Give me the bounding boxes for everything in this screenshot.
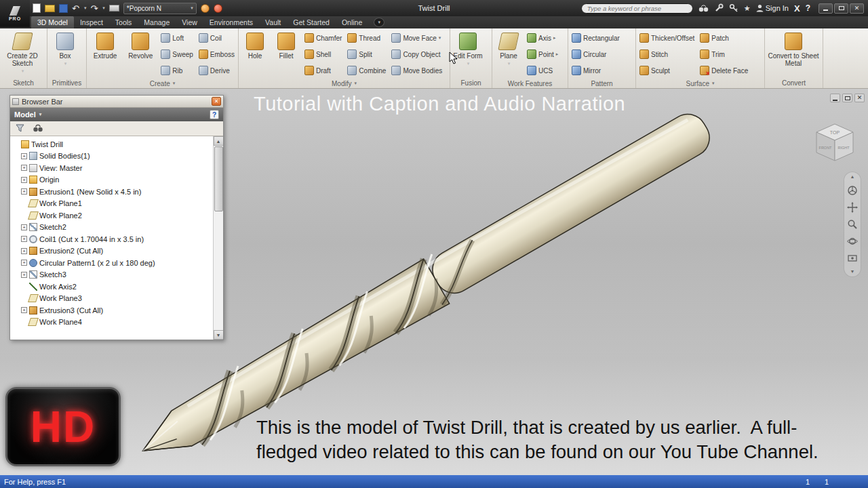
panel-label-pattern[interactable]: Pattern <box>568 79 635 88</box>
derive-button[interactable]: Derive <box>197 62 237 79</box>
panel-label-surface[interactable]: Surface▾ <box>636 79 764 88</box>
sweep-button[interactable]: Sweep <box>159 46 195 62</box>
undo-icon[interactable]: ↶ <box>72 4 79 13</box>
sign-in-button[interactable]: Sign In <box>756 4 789 12</box>
pan-icon[interactable] <box>847 202 858 213</box>
move-face-button[interactable]: Move Face▾ <box>389 30 444 46</box>
tree-item[interactable]: +Extrusion1 (New Solid x 4.5 in) <box>21 186 213 198</box>
browser-mode-dropdown[interactable]: Model▾ <box>14 110 41 119</box>
convert-to-sheet-metal-button[interactable]: Convert to Sheet Metal <box>766 30 821 67</box>
tab-online[interactable]: Online <box>336 16 368 28</box>
tree-expander-icon[interactable]: + <box>21 188 27 195</box>
thread-button[interactable]: Thread <box>345 30 388 46</box>
help-icon[interactable]: ? <box>806 3 810 13</box>
revolve-button[interactable]: Revolve <box>123 30 157 60</box>
scroll-up-icon[interactable]: ▲ <box>214 136 224 146</box>
browser-titlebar[interactable]: Browser Bar ✕ <box>10 96 223 108</box>
print-icon[interactable] <box>109 5 119 12</box>
tree-expander-icon[interactable]: + <box>21 224 27 230</box>
tree-item[interactable]: Work Plane4 <box>21 317 213 329</box>
tree-item[interactable]: +View: Master <box>21 162 213 174</box>
key-icon[interactable] <box>729 3 738 13</box>
tree-expander-icon[interactable]: + <box>21 248 27 254</box>
tree-item[interactable]: Work Plane3 <box>21 293 213 305</box>
tab-vault[interactable]: Vault <box>259 16 287 28</box>
redo-dropdown-icon[interactable]: ▾ <box>102 5 105 11</box>
panel-label-create[interactable]: Create▾ <box>87 79 238 88</box>
tree-expander-icon[interactable]: + <box>21 236 27 242</box>
browser-help-icon[interactable]: ? <box>210 110 219 119</box>
tab-view[interactable]: View <box>176 16 203 28</box>
delete-face-button[interactable]: Delete Face <box>698 62 750 79</box>
undo-dropdown-icon[interactable]: ▾ <box>84 5 87 11</box>
tab-3d-model[interactable]: 3D Model <box>31 16 74 28</box>
wrench-icon[interactable] <box>714 3 724 13</box>
create-2d-sketch-button[interactable]: Create 2D Sketch▾ <box>1 30 43 75</box>
mirror-button[interactable]: Mirror <box>570 62 622 79</box>
redo-icon[interactable]: ↷ <box>90 4 98 13</box>
patch-button[interactable]: Patch <box>698 30 750 46</box>
tree-item[interactable]: +Sketch2 <box>21 222 213 234</box>
split-button[interactable]: Split <box>345 46 388 62</box>
open-file-icon[interactable] <box>45 5 55 12</box>
close-button[interactable]: ✕ <box>850 3 864 14</box>
coil-button[interactable]: Coil <box>197 30 237 46</box>
browser-close-icon[interactable]: ✕ <box>212 97 221 106</box>
trim-button[interactable]: Trim <box>698 46 750 62</box>
appearance-clear-icon[interactable] <box>214 4 222 13</box>
combine-button[interactable]: Combine <box>345 62 388 79</box>
fillet-button[interactable]: Fillet <box>271 30 301 60</box>
application-menu-button[interactable]: PRO <box>0 0 30 27</box>
thicken-offset-button[interactable]: Thicken/Offset <box>637 30 696 46</box>
box-button[interactable]: Box▾ <box>49 30 81 67</box>
tree-item[interactable]: Work Axis2 <box>21 281 213 293</box>
tree-expander-icon[interactable]: + <box>21 260 27 266</box>
tree-item[interactable]: +Solid Bodies(1) <box>21 150 213 163</box>
doc-minimize-button[interactable] <box>830 94 840 102</box>
navigation-wheel-icon[interactable] <box>847 185 858 196</box>
filter-icon[interactable] <box>16 123 24 135</box>
stitch-button[interactable]: Stitch <box>637 46 696 62</box>
search-input[interactable] <box>581 3 693 14</box>
sculpt-button[interactable]: Sculpt <box>637 62 696 79</box>
tree-item[interactable]: +Circular Pattern1 (x 2 ul x 180 deg) <box>21 257 213 269</box>
tree-item[interactable]: Twist Drill <box>13 138 213 150</box>
doc-restore-button[interactable] <box>842 94 852 102</box>
zoom-icon[interactable] <box>847 219 858 230</box>
copy-object-button[interactable]: Copy Object <box>389 46 444 62</box>
search-binoculars-icon[interactable] <box>698 5 709 12</box>
rectangular-pattern-button[interactable]: Rectangular <box>570 30 622 46</box>
tree-item[interactable]: +Sketch3 <box>21 269 213 281</box>
appearance-adjust-icon[interactable] <box>201 4 210 13</box>
tree-item[interactable]: +Extrusion3 (Cut All) <box>21 304 213 317</box>
tree-item[interactable]: Work Plane2 <box>21 209 213 222</box>
restore-button[interactable] <box>834 3 848 14</box>
navbar-collapse-down-icon[interactable]: ▼ <box>850 270 855 274</box>
tree-item[interactable]: +Origin <box>21 174 213 186</box>
browser-scrollbar[interactable]: ▲ ▼ <box>213 136 223 340</box>
panel-label-modify[interactable]: Modify▾ <box>239 79 450 88</box>
loft-button[interactable]: Loft <box>159 30 195 46</box>
move-bodies-button[interactable]: Move Bodies <box>389 62 444 79</box>
view-cube[interactable]: TOP FRONT RIGHT <box>811 119 859 166</box>
rib-button[interactable]: Rib <box>159 62 195 79</box>
ribbon-options-icon[interactable]: ▾ <box>374 18 384 27</box>
navbar-collapse-up-icon[interactable]: ▲ <box>850 175 855 179</box>
point-button[interactable]: Point▸ <box>525 46 560 62</box>
tab-manage[interactable]: Manage <box>138 16 176 28</box>
doc-close-button[interactable]: ✕ <box>854 94 865 102</box>
minimize-button[interactable] <box>818 3 833 14</box>
hole-button[interactable]: Hole <box>240 30 270 60</box>
tab-environments[interactable]: Environments <box>203 16 259 28</box>
tree-expander-icon[interactable]: + <box>21 272 27 278</box>
scroll-down-icon[interactable]: ▼ <box>214 330 224 340</box>
find-binoculars-icon[interactable] <box>33 123 43 135</box>
plane-button[interactable]: Plane▾ <box>494 30 524 67</box>
tab-tools[interactable]: Tools <box>109 16 138 28</box>
new-file-icon[interactable] <box>33 3 41 13</box>
tree-item[interactable]: +Coil1 (Cut x 1.70044 in x 3.5 in) <box>21 233 213 245</box>
tree-expander-icon[interactable]: + <box>21 165 27 171</box>
tree-expander-icon[interactable]: + <box>21 153 27 159</box>
tree-item[interactable]: Work Plane1 <box>21 198 213 210</box>
tree-expander-icon[interactable]: + <box>21 307 27 313</box>
